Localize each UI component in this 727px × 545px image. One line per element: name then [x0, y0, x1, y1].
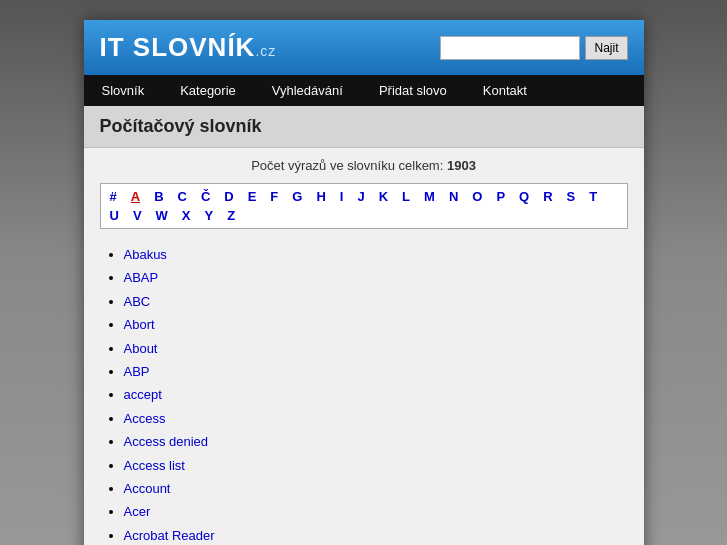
count-line: Počet výrazů ve slovníku celkem: 1903	[100, 158, 628, 173]
word-link[interactable]: Abort	[124, 317, 155, 332]
logo-suffix: .cz	[255, 43, 276, 59]
alpha-q[interactable]: Q	[516, 188, 532, 205]
content: Počet výrazů ve slovníku celkem: 1903 # …	[84, 148, 644, 545]
alpha-p[interactable]: P	[493, 188, 508, 205]
word-list: AbakusABAPABCAbortAboutABPacceptAccessAc…	[100, 243, 628, 545]
word-link[interactable]: Account	[124, 481, 171, 496]
nav-item-slovník[interactable]: Slovník	[84, 75, 163, 106]
word-link[interactable]: Access denied	[124, 434, 209, 449]
list-item: accept	[124, 383, 628, 406]
word-link[interactable]: Abakus	[124, 247, 167, 262]
word-link[interactable]: accept	[124, 387, 162, 402]
page-title-bar: Počítačový slovník	[84, 106, 644, 148]
alpha-c[interactable]: C	[175, 188, 190, 205]
count-value: 1903	[447, 158, 476, 173]
alphabet-bar: # A B C Č D E F G H I J K L M N O P Q R …	[100, 183, 628, 229]
list-item: ABAP	[124, 266, 628, 289]
list-item: ABC	[124, 290, 628, 313]
alpha-d[interactable]: D	[221, 188, 236, 205]
alpha-r[interactable]: R	[540, 188, 555, 205]
word-link[interactable]: Access list	[124, 458, 185, 473]
word-link[interactable]: Access	[124, 411, 166, 426]
header: IT SLOVNÍK.cz Najit	[84, 20, 644, 75]
list-item: Access	[124, 407, 628, 430]
nav-item-kontakt[interactable]: Kontakt	[465, 75, 545, 106]
alpha-k[interactable]: K	[376, 188, 391, 205]
word-link[interactable]: Acrobat Reader	[124, 528, 215, 543]
alpha-#[interactable]: #	[107, 188, 120, 205]
alpha-č[interactable]: Č	[198, 188, 213, 205]
alpha-t[interactable]: T	[586, 188, 600, 205]
alpha-i[interactable]: I	[337, 188, 347, 205]
logo-text: IT SLOVNÍK	[100, 32, 256, 62]
alpha-s[interactable]: S	[564, 188, 579, 205]
alpha-z[interactable]: Z	[224, 207, 238, 224]
list-item: Abort	[124, 313, 628, 336]
count-text: Počet výrazů ve slovníku celkem:	[251, 158, 443, 173]
list-item: Acer	[124, 500, 628, 523]
nav-item-vyhledávání[interactable]: Vyhledávání	[254, 75, 361, 106]
alpha-m[interactable]: M	[421, 188, 438, 205]
alpha-g[interactable]: G	[289, 188, 305, 205]
search-input[interactable]	[440, 36, 580, 60]
word-link[interactable]: ABAP	[124, 270, 159, 285]
alpha-e[interactable]: E	[245, 188, 260, 205]
page-wrapper: IT SLOVNÍK.cz Najit SlovníkKategorieVyhl…	[84, 20, 644, 545]
list-item: Account	[124, 477, 628, 500]
alpha-f[interactable]: F	[267, 188, 281, 205]
nav-item-kategorie[interactable]: Kategorie	[162, 75, 254, 106]
alpha-h[interactable]: H	[313, 188, 328, 205]
alpha-v[interactable]: V	[130, 207, 145, 224]
alpha-w[interactable]: W	[153, 207, 171, 224]
list-item: Abakus	[124, 243, 628, 266]
list-item: ABP	[124, 360, 628, 383]
page-title: Počítačový slovník	[100, 116, 262, 136]
alpha-y[interactable]: Y	[202, 207, 217, 224]
search-area: Najit	[440, 36, 627, 60]
word-link[interactable]: Acer	[124, 504, 151, 519]
alpha-o[interactable]: O	[469, 188, 485, 205]
search-button[interactable]: Najit	[585, 36, 627, 60]
alpha-x[interactable]: X	[179, 207, 194, 224]
list-item: About	[124, 337, 628, 360]
alpha-b[interactable]: B	[151, 188, 166, 205]
main-nav: SlovníkKategorieVyhledáváníPřidat slovoK…	[84, 75, 644, 106]
nav-item-přidat-slovo[interactable]: Přidat slovo	[361, 75, 465, 106]
alpha-l[interactable]: L	[399, 188, 413, 205]
word-link[interactable]: ABP	[124, 364, 150, 379]
alpha-a[interactable]: A	[128, 188, 143, 205]
list-item: Access denied	[124, 430, 628, 453]
word-link[interactable]: About	[124, 341, 158, 356]
logo: IT SLOVNÍK.cz	[100, 32, 277, 63]
list-item: Access list	[124, 454, 628, 477]
alpha-u[interactable]: U	[107, 207, 122, 224]
list-item: Acrobat Reader	[124, 524, 628, 545]
alpha-j[interactable]: J	[354, 188, 367, 205]
word-link[interactable]: ABC	[124, 294, 151, 309]
alpha-n[interactable]: N	[446, 188, 461, 205]
